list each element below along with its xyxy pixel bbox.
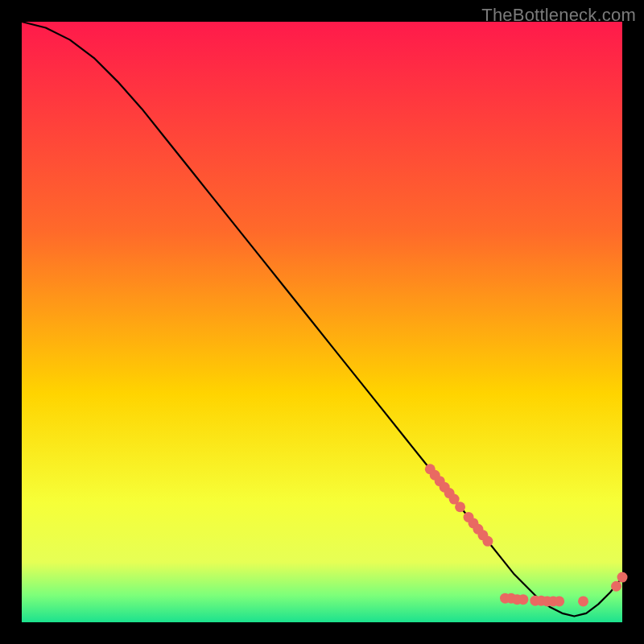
data-marker xyxy=(611,581,621,592)
watermark-label: TheBottleneck.com xyxy=(481,5,636,26)
data-marker xyxy=(455,502,465,512)
data-marker xyxy=(578,596,588,606)
plot-background xyxy=(22,22,622,622)
chart-container: TheBottleneck.com xyxy=(0,0,644,644)
data-marker xyxy=(554,596,564,606)
data-marker xyxy=(617,572,628,583)
data-marker xyxy=(518,594,528,605)
chart-svg xyxy=(0,0,644,644)
data-marker xyxy=(482,536,493,547)
